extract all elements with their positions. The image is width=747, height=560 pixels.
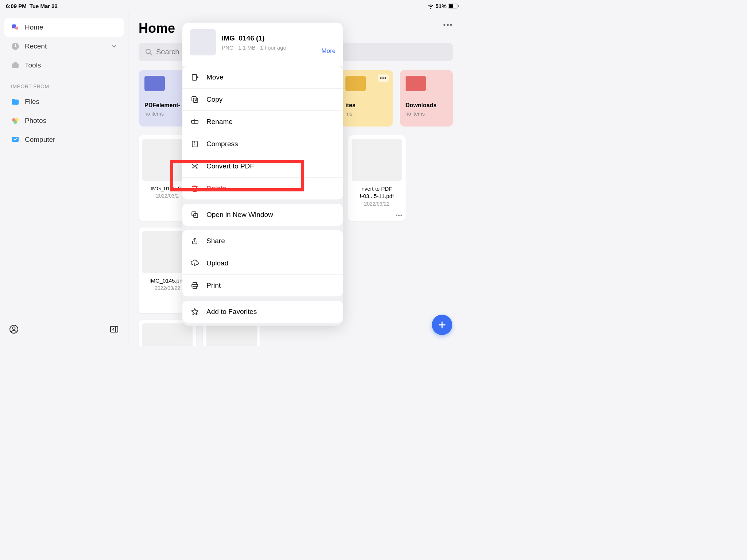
- popup-file-meta: PNG · 1.1 MB · 1 hour ago: [222, 44, 316, 51]
- popup-file-title: IMG_0146 (1): [222, 34, 316, 42]
- add-button[interactable]: [432, 315, 452, 335]
- search-icon: [145, 48, 152, 56]
- menu-delete[interactable]: Delete: [182, 178, 343, 199]
- menu-upload[interactable]: Upload: [182, 252, 343, 275]
- more-menu-button[interactable]: •••: [443, 21, 453, 29]
- convert-icon: [190, 162, 199, 171]
- folder-icon: [11, 97, 20, 106]
- sidebar-label: Home: [25, 23, 43, 31]
- menu-label: Rename: [206, 118, 233, 126]
- svg-rect-3: [12, 63, 19, 68]
- file-card[interactable]: nvert to PDF !-03...5-11.pdf 2022/03/22 …: [348, 135, 406, 221]
- compress-icon: [190, 140, 199, 148]
- context-menu-popup: IMG_0146 (1) PNG · 1.1 MB · 1 hour ago M…: [182, 23, 343, 326]
- sidebar-label: Tools: [25, 61, 41, 69]
- svg-rect-27: [193, 286, 197, 288]
- menu-move[interactable]: Move: [182, 66, 343, 89]
- import-from-header: IMPORT FROM: [4, 75, 124, 92]
- popup-more-button[interactable]: More: [321, 47, 336, 55]
- folder-meta: no items: [144, 111, 186, 117]
- sidebar-item-tools[interactable]: Tools: [4, 56, 124, 75]
- open-window-icon: [190, 210, 199, 219]
- sidebar-label: Computer: [25, 136, 55, 144]
- menu-label: Open in New Window: [206, 211, 273, 219]
- popup-header: IMG_0146 (1) PNG · 1.1 MB · 1 hour ago M…: [182, 23, 343, 62]
- collapse-icon[interactable]: [109, 324, 119, 334]
- sidebar: Home Recent Tools IMPORT FROM Files Phot…: [0, 12, 128, 346]
- battery-percent: 51%: [436, 3, 446, 9]
- photos-icon: [11, 116, 20, 125]
- menu-open-new-window[interactable]: Open in New Window: [182, 204, 343, 226]
- folder-name: PDFelement-: [144, 102, 186, 109]
- svg-line-14: [150, 53, 152, 55]
- sidebar-item-home[interactable]: Home: [4, 18, 124, 37]
- copy-icon: [190, 95, 199, 104]
- popup-thumbnail: [190, 29, 216, 55]
- share-icon: [190, 237, 199, 245]
- file-thumbnail: [206, 323, 257, 346]
- status-bar: 6:09 PM Tue Mar 22 51%: [0, 0, 463, 12]
- folder-name: Downloads: [406, 102, 447, 109]
- computer-icon: [11, 135, 20, 144]
- clock-icon: [11, 42, 20, 51]
- wifi-icon: [427, 4, 434, 9]
- menu-rename[interactable]: Rename: [182, 111, 343, 133]
- battery-icon: [448, 4, 457, 8]
- menu-label: Move: [206, 73, 223, 81]
- menu-label: Share: [206, 237, 225, 245]
- file-date: 2022/03/2: [156, 193, 179, 199]
- folder-icon: [144, 76, 165, 91]
- svg-rect-11: [111, 326, 118, 332]
- menu-label: Delete: [206, 184, 227, 192]
- menu-label: Add to Favorites: [206, 308, 257, 316]
- star-icon: [190, 307, 199, 316]
- chevron-down-icon: [111, 43, 117, 49]
- menu-label: Upload: [206, 259, 228, 267]
- sidebar-label: Recent: [25, 42, 47, 50]
- file-thumbnail: [352, 139, 402, 181]
- sidebar-item-computer[interactable]: Computer: [4, 130, 124, 149]
- menu-copy[interactable]: Copy: [182, 89, 343, 111]
- sidebar-item-files[interactable]: Files: [4, 92, 124, 111]
- folder-icon: [345, 76, 366, 91]
- svg-rect-1: [15, 27, 18, 30]
- print-icon: [190, 281, 199, 290]
- delete-icon: [190, 184, 199, 193]
- tools-icon: [11, 61, 20, 70]
- file-name: nvert to PDF !-03...5-11.pdf: [352, 185, 402, 199]
- menu-label: Print: [206, 281, 221, 289]
- status-time: 6:09 PM: [6, 3, 27, 9]
- svg-point-10: [13, 327, 15, 330]
- file-more-button[interactable]: •••: [395, 212, 403, 219]
- menu-share[interactable]: Share: [182, 230, 343, 252]
- svg-rect-4: [14, 62, 17, 64]
- menu-label: Copy: [206, 96, 222, 104]
- sidebar-item-photos[interactable]: Photos: [4, 111, 124, 130]
- folder-meta: no items: [406, 111, 447, 117]
- sidebar-item-recent[interactable]: Recent: [4, 37, 124, 56]
- folder-card[interactable]: Downloads no items: [400, 70, 453, 127]
- folder-more-button[interactable]: •••: [378, 74, 389, 82]
- sidebar-label: Files: [25, 98, 39, 106]
- folder-card[interactable]: ••• ites ms: [340, 70, 393, 127]
- menu-convert-to-pdf[interactable]: Convert to PDF: [182, 155, 343, 178]
- rename-icon: [190, 117, 199, 126]
- account-icon[interactable]: [9, 324, 19, 334]
- folder-icon: [406, 76, 426, 91]
- folder-meta: ms: [345, 111, 387, 117]
- file-date: 2022/03/22: [364, 201, 390, 207]
- svg-point-7: [13, 120, 17, 124]
- menu-add-favorites[interactable]: Add to Favorites: [182, 301, 343, 323]
- svg-point-22: [194, 144, 196, 145]
- folder-name: ites: [345, 102, 387, 109]
- move-icon: [190, 73, 199, 82]
- file-date: 2022/03/22: [155, 285, 180, 291]
- menu-compress[interactable]: Compress: [182, 133, 343, 155]
- menu-label: Convert to PDF: [206, 162, 254, 170]
- sidebar-label: Photos: [25, 117, 46, 125]
- upload-icon: [190, 259, 199, 268]
- svg-point-13: [146, 49, 150, 54]
- status-date: Tue Mar 22: [30, 3, 58, 9]
- file-thumbnail: [142, 323, 193, 346]
- menu-print[interactable]: Print: [182, 275, 343, 296]
